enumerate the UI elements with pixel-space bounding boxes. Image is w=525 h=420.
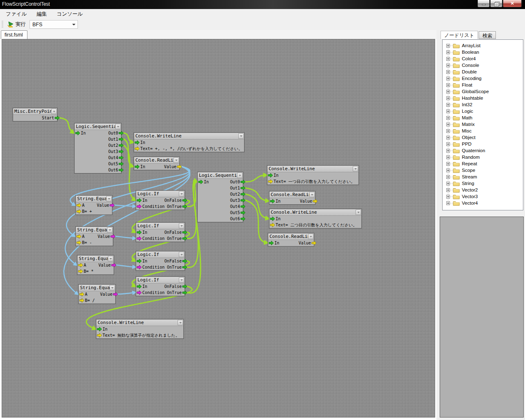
node-string-equal-eq4[interactable]: String.EqualAValueB= / <box>78 284 116 304</box>
input-port-in[interactable] <box>137 259 142 263</box>
node-dropdown-button[interactable] <box>115 124 121 129</box>
input-port-condition[interactable] <box>137 265 142 269</box>
node-logic-if-if4[interactable]: Logic.IfInOnFalseConditionOnTrue <box>136 276 185 296</box>
expand-plus-icon[interactable] <box>446 155 450 159</box>
input-port-in[interactable] <box>135 164 140 169</box>
input-port-b[interactable] <box>79 298 84 303</box>
node-dropdown-button[interactable] <box>178 320 183 325</box>
node-logic-sequential-seq2[interactable]: Logic.SequentialInOut0Out1Out2Out3Out4Ou… <box>197 172 243 222</box>
tree-item-encoding[interactable]: Encoding <box>443 75 523 82</box>
tree-item-boolean[interactable]: Boolean <box>443 49 523 55</box>
output-port-out3[interactable] <box>119 149 124 154</box>
node-misc-entrypoint-entry[interactable]: Misc.EntryPointStart <box>13 108 57 121</box>
node-dropdown-button[interactable] <box>51 109 57 114</box>
input-port-condition[interactable] <box>137 290 142 295</box>
tree-item-logic[interactable]: Logic <box>443 108 523 114</box>
node-logic-if-if3[interactable]: Logic.IfInOnFalseConditionOnTrue <box>136 251 185 271</box>
node-dropdown-button[interactable] <box>108 256 113 261</box>
tree-item-color4[interactable]: Color4 <box>443 55 523 62</box>
input-port-a[interactable] <box>79 292 84 297</box>
input-port-in[interactable] <box>198 180 203 184</box>
expand-plus-icon[interactable] <box>446 175 450 179</box>
tree-item-object[interactable]: Object <box>443 134 523 141</box>
output-port-value[interactable] <box>110 203 115 208</box>
tree-item-vector2[interactable]: Vector2 <box>443 187 523 193</box>
node-header[interactable]: Console.ReadLine <box>268 233 314 240</box>
node-header[interactable]: Logic.If <box>136 277 185 283</box>
node-header[interactable]: String.Equal <box>76 227 113 233</box>
tree-item-scope[interactable]: Scope <box>443 167 523 173</box>
node-dropdown-button[interactable] <box>179 191 184 196</box>
tree-item-float[interactable]: Float <box>443 82 523 88</box>
node-dropdown-button[interactable] <box>238 133 244 139</box>
tree-item-quaternion[interactable]: Quaternion <box>443 147 523 154</box>
output-port-value[interactable] <box>110 234 116 239</box>
output-port-out4[interactable] <box>119 155 124 160</box>
input-port-text[interactable] <box>97 333 102 338</box>
output-port-out3[interactable] <box>240 198 246 203</box>
tree-item-console[interactable]: Console <box>443 62 523 68</box>
tree-item-repeat[interactable]: Repeat <box>443 160 523 167</box>
node-dropdown-button[interactable] <box>309 192 315 197</box>
node-console-writeline-wl2[interactable]: Console.WriteLineInText= 一つ目の引数を入力してください… <box>267 165 359 185</box>
output-port-onfalse[interactable] <box>182 284 187 289</box>
input-port-b[interactable] <box>76 209 82 214</box>
output-port-out2[interactable] <box>119 143 124 148</box>
expand-plus-icon[interactable] <box>446 162 450 166</box>
toolbar-grip[interactable] <box>2 21 3 28</box>
tree-item-string[interactable]: String <box>443 180 523 187</box>
node-header[interactable]: Console.WriteLine <box>269 209 361 216</box>
tree-item-misc[interactable]: Misc <box>443 128 523 134</box>
output-port-ontrue[interactable] <box>182 265 187 269</box>
output-port-out2[interactable] <box>240 192 246 196</box>
output-port-out5[interactable] <box>240 210 246 215</box>
tree-item-matrix[interactable]: Matrix <box>443 121 523 128</box>
output-port-start[interactable] <box>55 116 60 120</box>
output-port-out5[interactable] <box>119 162 124 166</box>
tree-item-stream[interactable]: Stream <box>443 173 523 180</box>
node-header[interactable]: Console.ReadLine <box>134 157 179 164</box>
expand-plus-icon[interactable] <box>446 129 450 133</box>
output-port-out4[interactable] <box>240 204 246 209</box>
node-logic-if-if2[interactable]: Logic.IfInOnFalseConditionOnTrue <box>136 222 185 242</box>
input-port-in[interactable] <box>137 198 142 203</box>
expand-plus-icon[interactable] <box>446 136 450 139</box>
expand-plus-icon[interactable] <box>446 201 450 205</box>
input-port-condition[interactable] <box>137 204 142 209</box>
node-dropdown-button[interactable] <box>356 210 361 215</box>
expand-plus-icon[interactable] <box>446 103 450 107</box>
node-header[interactable]: Console.WriteLine <box>267 166 358 172</box>
input-port-b[interactable] <box>76 240 82 245</box>
expand-plus-icon[interactable] <box>446 123 450 126</box>
menu-item-edit[interactable]: 編集 <box>32 9 51 19</box>
input-port-condition[interactable] <box>137 236 142 241</box>
input-port-text[interactable] <box>135 146 140 151</box>
node-string-equal-eq2[interactable]: String.EqualAValueB= - <box>75 226 113 246</box>
node-category-treebox[interactable]: ArrayListBooleanColor4ConsoleDoubleEncod… <box>442 39 523 210</box>
output-port-out1[interactable] <box>119 137 124 142</box>
node-header[interactable]: Logic.Sequential <box>75 123 121 130</box>
node-logic-sequential-seq1[interactable]: Logic.SequentialInOut0Out1Out2Out3Out4Ou… <box>74 123 121 173</box>
node-header[interactable]: String.Equal <box>76 196 112 202</box>
tree-item-double[interactable]: Double <box>443 68 523 75</box>
node-console-readline-rl3[interactable]: Console.ReadLineInValue <box>268 233 314 247</box>
expand-plus-icon[interactable] <box>446 142 450 146</box>
node-header[interactable]: Console.WriteLine <box>134 133 244 139</box>
node-dropdown-button[interactable] <box>353 166 358 171</box>
input-port-text[interactable] <box>270 223 275 227</box>
node-console-readline-rl2[interactable]: Console.ReadLineInValue <box>269 191 315 205</box>
title-bar[interactable]: FlowScriptControlTest ✕ <box>0 0 525 9</box>
expand-plus-icon[interactable] <box>446 188 450 192</box>
node-dropdown-button[interactable] <box>110 285 115 290</box>
input-port-a[interactable] <box>78 263 83 267</box>
node-header[interactable]: Logic.If <box>136 251 185 258</box>
output-port-onfalse[interactable] <box>182 230 187 235</box>
input-port-text[interactable] <box>268 179 273 184</box>
node-string-equal-eq3[interactable]: String.EqualAValueB= * <box>77 255 114 275</box>
expand-plus-icon[interactable] <box>446 70 450 74</box>
tab-search[interactable]: 検索 <box>479 31 496 39</box>
menu-item-console[interactable]: コンソール <box>52 9 87 19</box>
tree-item-math[interactable]: Math <box>443 114 523 121</box>
expand-plus-icon[interactable] <box>446 96 450 100</box>
input-port-in[interactable] <box>75 131 80 135</box>
